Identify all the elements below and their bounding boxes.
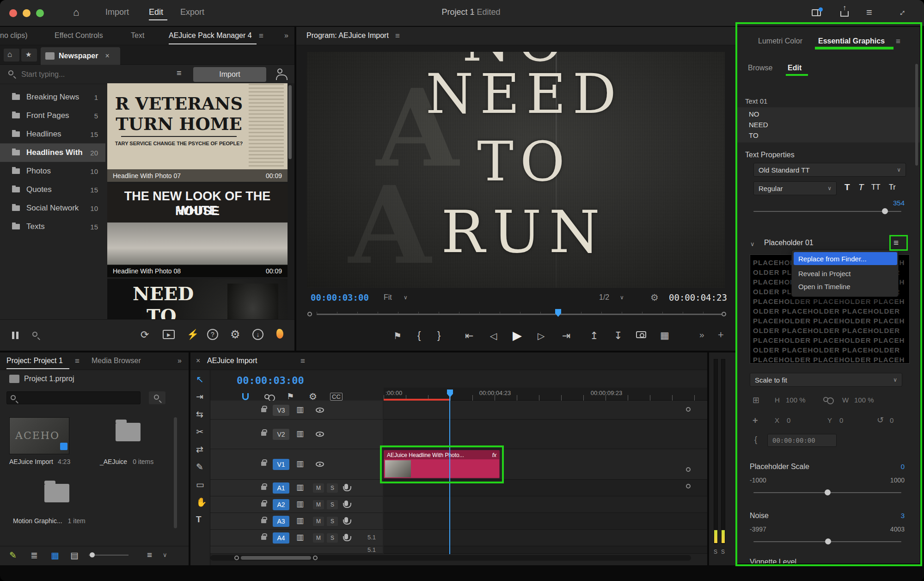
- add-marker-icon[interactable]: ⚑: [393, 330, 402, 341]
- type-tool-icon[interactable]: T: [196, 514, 202, 525]
- menu-item-reveal-in-project[interactable]: Reveal in Project: [794, 267, 897, 280]
- track-label-a4[interactable]: A4: [273, 532, 289, 544]
- grid-scrollbar[interactable]: [288, 85, 292, 159]
- lightning-icon[interactable]: ⚡: [187, 329, 199, 340]
- mute-button[interactable]: M: [313, 483, 324, 493]
- all-caps-button[interactable]: TT: [871, 183, 881, 192]
- pause-icon[interactable]: [12, 332, 18, 339]
- program-playhead[interactable]: [555, 309, 561, 317]
- settings-gear-icon[interactable]: ⚙: [230, 328, 240, 341]
- lock-icon[interactable]: [261, 486, 266, 490]
- noise-value[interactable]: 3: [883, 512, 905, 519]
- linked-selection-icon[interactable]: [264, 394, 269, 399]
- project-scrollbar[interactable]: [174, 417, 177, 528]
- track-lane-a1[interactable]: [384, 480, 707, 496]
- x-value[interactable]: 0: [787, 416, 790, 424]
- export-frame-icon[interactable]: [636, 331, 646, 338]
- sort-chevron-icon[interactable]: ∨: [163, 551, 167, 558]
- find-button[interactable]: [149, 391, 165, 404]
- more-tabs-icon[interactable]: »: [284, 31, 288, 40]
- tab-project[interactable]: Project: Project 1: [6, 357, 63, 365]
- source-patch-icon[interactable]: ▥: [296, 499, 304, 509]
- template-thumb-3[interactable]: NEED TO RUN: [107, 279, 288, 319]
- track-scroll-handle[interactable]: [686, 467, 691, 472]
- download-icon[interactable]: ↓: [252, 329, 263, 340]
- source-patch-icon[interactable]: ▥: [296, 482, 304, 492]
- category-social-network[interactable]: Social Network10: [0, 199, 105, 217]
- track-header-v3[interactable]: V3 ▥: [210, 401, 383, 420]
- template-thumb-1[interactable]: R VETERANS TURN HOME TARY SERVICE CHANGE…: [107, 83, 288, 182]
- captions-icon[interactable]: CC: [330, 393, 343, 401]
- y-value[interactable]: 0: [839, 416, 843, 424]
- close-sequence-icon[interactable]: ×: [196, 357, 200, 365]
- font-size-value[interactable]: 354: [883, 199, 905, 207]
- font-size-slider[interactable]: [753, 211, 901, 212]
- project-item-aejuice-import[interactable]: ACEHO: [9, 417, 69, 454]
- go-to-in-icon[interactable]: ⇤: [465, 330, 473, 342]
- source-patch-icon[interactable]: ▥: [296, 459, 304, 469]
- timeline-playhead-line[interactable]: [449, 395, 450, 554]
- project-search-box[interactable]: [6, 391, 141, 404]
- timeline-hscroll-track[interactable]: [210, 555, 691, 561]
- category-texts[interactable]: Texts15: [0, 217, 105, 236]
- project-item-label-row[interactable]: AEJuice Import 4:23: [9, 458, 88, 467]
- folder-item-icon[interactable]: [44, 484, 69, 502]
- razor-tool-icon[interactable]: ✂: [196, 426, 203, 437]
- track-scroll-handle[interactable]: [686, 407, 691, 412]
- track-header-a3[interactable]: A3 ▥ M S: [210, 513, 383, 530]
- placeholder-collapse-chevron[interactable]: ∨: [750, 241, 755, 247]
- subtab-browse[interactable]: Browse: [748, 64, 772, 72]
- mute-button[interactable]: M: [313, 517, 324, 526]
- hand-tool-icon[interactable]: ✋: [196, 497, 207, 507]
- pen-tool-icon[interactable]: ✎: [196, 462, 203, 472]
- step-forward-icon[interactable]: ▷: [538, 330, 545, 341]
- faux-italic-button[interactable]: T: [858, 182, 864, 192]
- folder-item-icon[interactable]: [116, 423, 141, 441]
- zoom-icon[interactable]: [32, 332, 37, 337]
- hamburger-icon[interactable]: ≡: [866, 6, 872, 19]
- minimize-window-button[interactable]: [23, 9, 31, 17]
- solo-button[interactable]: S: [327, 533, 338, 543]
- duration-field[interactable]: 00:00:00:00: [767, 434, 837, 447]
- placeholder-scale-slider[interactable]: [753, 492, 901, 493]
- add-marker-icon[interactable]: ⚑: [287, 391, 294, 402]
- faux-bold-button[interactable]: T: [844, 182, 850, 192]
- fit-dropdown[interactable]: Fit: [384, 293, 392, 302]
- pack-home-button[interactable]: ⌂: [4, 49, 19, 62]
- mute-button[interactable]: M: [313, 533, 324, 543]
- lift-icon[interactable]: ↥: [590, 330, 598, 342]
- track-visibility-icon[interactable]: [316, 408, 324, 413]
- width-value[interactable]: 100 %: [854, 396, 874, 404]
- track-lane-v2[interactable]: [384, 420, 707, 449]
- track-label-a1[interactable]: A1: [273, 482, 289, 494]
- selection-tool-icon[interactable]: ↖: [196, 374, 204, 385]
- sort-icon[interactable]: ≡: [147, 550, 152, 560]
- noise-knob[interactable]: [825, 538, 831, 544]
- scrubber-right-handle[interactable]: [722, 312, 726, 316]
- account-icon[interactable]: [277, 68, 282, 74]
- project-item-label-row[interactable]: Motion Graphic... 1 item: [13, 517, 105, 526]
- more-controls-icon[interactable]: »: [699, 330, 704, 340]
- tab-text[interactable]: Text: [131, 31, 144, 40]
- ripple-edit-tool-icon[interactable]: ⇆: [196, 409, 203, 420]
- tab-media-browser[interactable]: Media Browser: [92, 357, 141, 365]
- track-select-tool-icon[interactable]: ⇥: [196, 391, 203, 402]
- track-label-v2[interactable]: V2: [273, 429, 289, 440]
- fullscreen-icon[interactable]: ↔: [894, 5, 908, 19]
- category-photos[interactable]: Photos10: [0, 162, 105, 180]
- eg-scrollbar[interactable]: [915, 64, 918, 166]
- mark-in-icon[interactable]: {: [417, 329, 421, 341]
- hscroll-thumb[interactable]: [241, 556, 311, 560]
- placeholder-menu-icon[interactable]: ≡: [893, 238, 899, 248]
- timeline-panel-menu-icon[interactable]: ≡: [300, 357, 305, 366]
- track-lane-a3[interactable]: [384, 513, 707, 530]
- play-button[interactable]: ▶: [513, 328, 522, 343]
- track-lane-partial[interactable]: [384, 546, 707, 554]
- menu-export[interactable]: Export: [180, 7, 204, 17]
- solo-button[interactable]: S: [327, 483, 338, 493]
- category-headlines-with[interactable]: Headlines With20: [0, 143, 105, 162]
- program-video[interactable]: A A NO NEED TO RUN: [307, 52, 725, 288]
- rectangle-tool-icon[interactable]: ▭: [196, 479, 204, 490]
- text-layer-row[interactable]: NO NEED TO: [737, 107, 920, 142]
- program-panel-menu-icon[interactable]: ≡: [395, 31, 400, 41]
